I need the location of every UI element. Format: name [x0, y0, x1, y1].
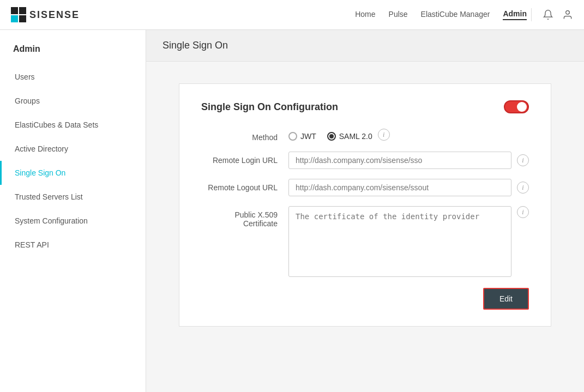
- method-info-icon[interactable]: i: [378, 129, 390, 141]
- nav-elasticube-manager[interactable]: ElastiCube Manager: [421, 10, 490, 20]
- remote-logout-info-icon[interactable]: i: [517, 182, 529, 194]
- nav-divider: [531, 8, 532, 21]
- remote-login-input[interactable]: [288, 152, 511, 169]
- sidebar-item-elasticubes[interactable]: ElastiCubes & Data Sets: [0, 113, 146, 137]
- svg-rect-2: [11, 15, 18, 22]
- sidebar-item-system-config[interactable]: System Configuration: [0, 209, 146, 233]
- layout: Admin Users Groups ElastiCubes & Data Se…: [0, 30, 584, 392]
- top-nav: SISENSE Home Pulse ElastiCube Manager Ad…: [0, 0, 584, 30]
- radio-saml-dot: [329, 134, 334, 138]
- logo-icon: [11, 7, 26, 22]
- nav-links: Home Pulse ElastiCube Manager Admin: [355, 9, 527, 20]
- svg-rect-1: [19, 7, 26, 14]
- notification-button[interactable]: [543, 9, 553, 20]
- sso-toggle[interactable]: [504, 100, 529, 113]
- main-content: Single Sign On Single Sign On Configurat…: [146, 30, 584, 392]
- nav-pulse[interactable]: Pulse: [389, 10, 408, 20]
- page-title: Single Sign On: [162, 40, 568, 51]
- user-icon: [562, 9, 573, 20]
- remote-login-row: Remote Login URL i: [201, 152, 529, 169]
- toggle-knob: [517, 102, 527, 112]
- radio-saml-circle: [327, 132, 336, 141]
- svg-rect-3: [19, 15, 26, 22]
- remote-logout-input[interactable]: [288, 179, 511, 196]
- method-control: JWT SAML 2.0 i: [288, 129, 529, 141]
- logo-text: SISENSE: [29, 9, 80, 21]
- method-row: Method JWT SAML 2.0: [201, 129, 529, 142]
- sidebar-item-active-directory[interactable]: Active Directory: [0, 137, 146, 161]
- user-button[interactable]: [562, 9, 573, 20]
- remote-login-control: i: [288, 152, 529, 169]
- logo: SISENSE: [11, 7, 80, 22]
- sidebar: Admin Users Groups ElastiCubes & Data Se…: [0, 30, 146, 392]
- content-area: Single Sign On Configuration Method JWT: [146, 62, 584, 348]
- certificate-info-icon[interactable]: i: [517, 206, 529, 218]
- bell-icon: [543, 9, 553, 20]
- sidebar-item-users[interactable]: Users: [0, 65, 146, 89]
- sidebar-item-sso[interactable]: Single Sign On: [0, 161, 146, 185]
- sso-section-title: Single Sign On Configuration: [201, 101, 338, 113]
- radio-jwt-circle: [288, 132, 297, 141]
- page-header: Single Sign On: [146, 30, 584, 62]
- sidebar-item-rest-api[interactable]: REST API: [0, 233, 146, 257]
- certificate-label: Public X.509 Certificate: [201, 206, 288, 228]
- remote-login-info-icon[interactable]: i: [517, 154, 529, 166]
- svg-rect-0: [11, 7, 18, 14]
- sidebar-item-trusted-servers[interactable]: Trusted Servers List: [0, 185, 146, 209]
- edit-btn-row: Edit: [201, 288, 529, 310]
- sso-header: Single Sign On Configuration: [201, 100, 529, 113]
- remote-logout-control: i: [288, 179, 529, 196]
- radio-jwt[interactable]: JWT: [288, 132, 316, 141]
- certificate-control: i: [288, 206, 529, 277]
- radio-saml-label: SAML 2.0: [339, 132, 372, 141]
- certificate-input[interactable]: [288, 206, 511, 277]
- sidebar-title: Admin: [0, 35, 146, 65]
- radio-group: JWT SAML 2.0: [288, 129, 372, 141]
- remote-logout-label: Remote Logout URL: [201, 179, 288, 192]
- nav-home[interactable]: Home: [355, 10, 375, 20]
- nav-icons: [543, 9, 573, 20]
- edit-button[interactable]: Edit: [483, 288, 529, 310]
- svg-point-4: [566, 11, 570, 15]
- sso-card: Single Sign On Configuration Method JWT: [179, 83, 551, 327]
- sidebar-item-groups[interactable]: Groups: [0, 89, 146, 113]
- method-label: Method: [201, 129, 288, 142]
- radio-jwt-label: JWT: [300, 132, 316, 141]
- radio-saml[interactable]: SAML 2.0: [327, 132, 372, 141]
- remote-logout-row: Remote Logout URL i: [201, 179, 529, 196]
- nav-admin[interactable]: Admin: [503, 9, 527, 20]
- remote-login-label: Remote Login URL: [201, 152, 288, 165]
- certificate-row: Public X.509 Certificate i: [201, 206, 529, 277]
